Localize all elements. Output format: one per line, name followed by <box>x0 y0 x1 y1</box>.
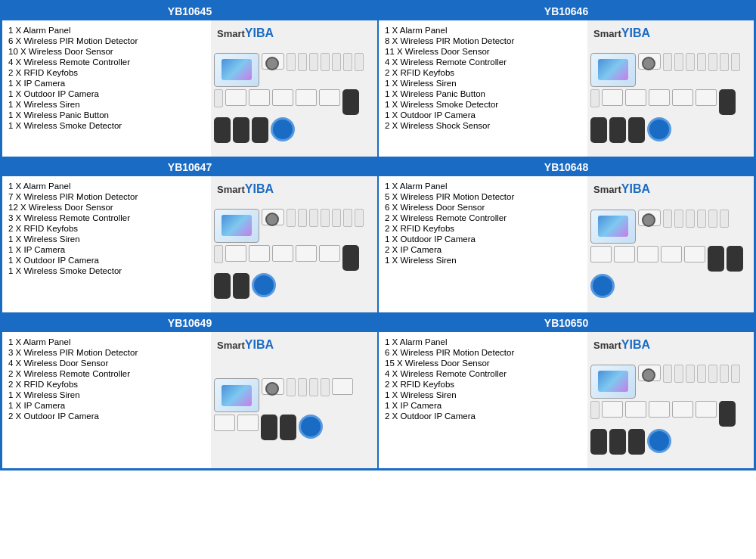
product-header-yb10647: YB10647 <box>2 158 377 176</box>
product-image: SmartYIBA <box>587 20 754 157</box>
siren-icon <box>299 415 323 439</box>
product-header-yb10650: YB10650 <box>379 314 754 332</box>
brand-logo: SmartYIBA <box>217 182 274 196</box>
door-sensor-icon <box>332 53 341 71</box>
door-sensor-icon <box>731 53 740 71</box>
product-header-yb10646: YB10646 <box>379 2 754 20</box>
door-sensor-icon <box>321 209 330 227</box>
list-item: 2 X Wireless Remote Controller <box>385 213 581 223</box>
door-sensor-icon <box>321 378 330 396</box>
remote-controller-icon <box>719 89 736 115</box>
pir-sensor-icon <box>649 89 670 106</box>
remote-controller-icon <box>261 415 277 440</box>
product-cell-yb10648: YB106481 X Alarm Panel5 X Wireless PIR M… <box>378 157 754 313</box>
list-item: 1 X Outdoor IP Camera <box>385 234 581 244</box>
door-sensor-icon <box>343 209 352 227</box>
remote-controller-icon <box>233 273 249 299</box>
siren-icon <box>271 117 295 141</box>
alarm-panel-icon <box>214 53 259 87</box>
list-item: 1 X Wireless Panic Button <box>385 89 581 99</box>
remote-controller-icon <box>233 117 249 143</box>
product-header-yb10648: YB10648 <box>379 158 754 176</box>
door-sensor-icon <box>332 209 341 227</box>
product-cell-yb10649: YB106491 X Alarm Panel3 X Wireless PIR M… <box>2 313 378 469</box>
alarm-panel-icon <box>590 210 636 244</box>
product-cell-yb10650: YB106501 X Alarm Panel6 X Wireless PIR M… <box>378 313 754 469</box>
pir-sensor-icon <box>625 89 646 106</box>
door-sensor-icon <box>298 378 307 396</box>
pir-sensor-icon <box>672 89 693 106</box>
siren-icon <box>647 117 671 141</box>
pir-sensor-icon <box>614 246 635 262</box>
product-list-yb10647: 1 X Alarm Panel7 X Wireless PIR Motion D… <box>2 176 211 312</box>
product-list-yb10648: 1 X Alarm Panel5 X Wireless PIR Motion D… <box>379 176 587 312</box>
camera-icon <box>638 365 661 381</box>
remote-controller-icon <box>609 117 626 143</box>
list-item: 1 X Alarm Panel <box>385 181 581 191</box>
list-item: 1 X Wireless Siren <box>8 99 205 110</box>
pir-sensor-icon <box>225 245 246 262</box>
camera-icon <box>262 209 284 225</box>
list-item: 8 X Wireless PIR Motion Detector <box>385 36 581 46</box>
list-item: 1 X Alarm Panel <box>385 337 581 347</box>
list-item: 1 X IP Camera <box>8 400 205 411</box>
list-item: 1 X Wireless Smoke Detector <box>385 99 581 110</box>
remote-controller-icon <box>628 117 645 143</box>
remote-controller-icon <box>590 429 607 455</box>
door-sensor-icon <box>287 209 296 227</box>
door-sensor-icon <box>708 53 717 71</box>
list-item: 11 X Wireless Door Sensor <box>385 46 581 57</box>
product-cell-yb10647: YB106471 X Alarm Panel7 X Wireless PIR M… <box>2 157 378 313</box>
door-sensor-icon <box>708 210 717 228</box>
siren-icon <box>252 273 276 297</box>
camera-icon <box>262 53 284 70</box>
camera-icon <box>638 210 661 226</box>
remote-controller-icon <box>609 429 626 455</box>
list-item: 5 X Wireless PIR Motion Detector <box>385 191 581 202</box>
pir-sensor-icon <box>696 89 717 106</box>
product-cell-yb10645: YB106451 X Alarm Panel6 X Wireless PIR M… <box>2 2 378 157</box>
list-item: 1 X Alarm Panel <box>8 181 205 191</box>
list-item: 1 X Wireless Siren <box>385 390 581 400</box>
list-item: 2 X Outdoor IP Camera <box>8 411 205 421</box>
siren-icon <box>647 429 671 453</box>
product-image: SmartYIBA <box>211 332 377 468</box>
door-sensor-icon <box>355 209 364 227</box>
list-item: 1 X Wireless Siren <box>8 390 205 400</box>
pir-sensor-icon <box>214 415 235 431</box>
list-item: 12 X Wireless Door Sensor <box>8 202 205 213</box>
list-item: 6 X Wireless Door Sensor <box>385 202 581 213</box>
alarm-panel-icon <box>590 365 636 399</box>
pir-sensor-icon <box>590 246 612 262</box>
door-sensor-icon <box>309 378 318 396</box>
remote-controller-icon <box>719 401 736 427</box>
door-sensor-icon <box>720 210 729 228</box>
list-item: 1 X Outdoor IP Camera <box>8 89 205 99</box>
door-sensor-icon <box>343 53 352 71</box>
pir-sensor-icon <box>332 378 353 395</box>
door-sensor-icon <box>590 401 600 419</box>
product-image: SmartYIBA <box>587 176 754 312</box>
product-image: SmartYIBA <box>211 20 377 157</box>
pir-sensor-icon <box>296 89 317 106</box>
product-list-yb10645: 1 X Alarm Panel6 X Wireless PIR Motion D… <box>2 20 211 157</box>
brand-logo: SmartYIBA <box>217 26 274 40</box>
siren-icon <box>590 274 615 298</box>
pir-sensor-icon <box>661 246 682 262</box>
brand-logo: SmartYIBA <box>593 182 650 196</box>
list-item: 4 X Wireless Remote Controller <box>385 57 581 67</box>
pir-sensor-icon <box>649 401 670 418</box>
list-item: 1 X Alarm Panel <box>8 25 205 36</box>
list-item: 1 X Wireless Smoke Detector <box>8 120 205 131</box>
door-sensor-icon <box>708 365 717 383</box>
list-item: 1 X Wireless Smoke Detector <box>8 266 205 276</box>
remote-controller-icon <box>708 246 724 272</box>
pir-sensor-icon <box>249 89 270 106</box>
pir-sensor-icon <box>319 245 340 262</box>
remote-controller-icon <box>214 117 231 143</box>
product-grid: YB106451 X Alarm Panel6 X Wireless PIR M… <box>0 0 756 470</box>
door-sensor-icon <box>663 365 672 383</box>
pir-sensor-icon <box>696 401 717 418</box>
list-item: 1 X Outdoor IP Camera <box>385 110 581 120</box>
pir-sensor-icon <box>272 89 293 106</box>
